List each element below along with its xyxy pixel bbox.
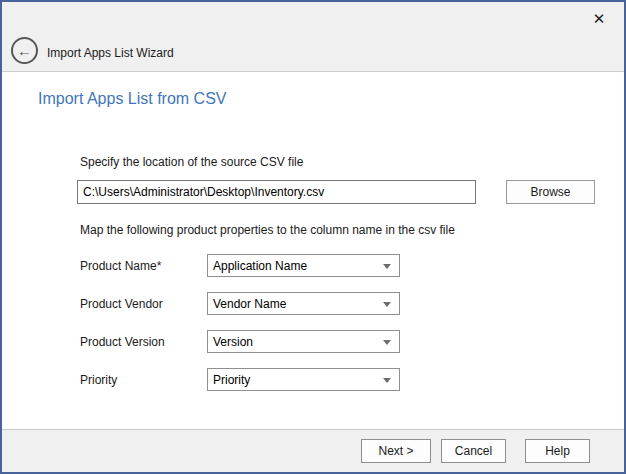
browse-button-label: Browse	[530, 185, 570, 199]
product-version-label: Product Version	[80, 335, 165, 349]
cancel-button[interactable]: Cancel	[441, 439, 506, 463]
priority-label: Priority	[80, 373, 117, 387]
chevron-down-icon	[383, 378, 391, 383]
chevron-down-icon	[383, 302, 391, 307]
priority-dropdown-value: Priority	[213, 373, 250, 387]
next-button[interactable]: Next >	[361, 439, 431, 463]
chevron-down-icon	[383, 340, 391, 345]
back-button[interactable]: ←	[11, 37, 38, 64]
browse-button[interactable]: Browse	[506, 180, 595, 204]
wizard-header: ✕ ← Import Apps List Wizard	[2, 2, 624, 72]
product-vendor-label: Product Vendor	[80, 297, 163, 311]
product-vendor-dropdown[interactable]: Vendor Name	[207, 292, 400, 315]
page-title: Import Apps List from CSV	[38, 90, 227, 108]
close-icon: ✕	[593, 10, 606, 28]
close-button[interactable]: ✕	[588, 8, 610, 30]
priority-dropdown[interactable]: Priority	[207, 368, 400, 391]
product-name-dropdown[interactable]: Application Name	[207, 254, 400, 277]
mapping-instructions-label: Map the following product properties to …	[80, 223, 455, 237]
import-apps-wizard-window: ✕ ← Import Apps List Wizard Import Apps …	[0, 0, 626, 474]
wizard-title: Import Apps List Wizard	[47, 46, 174, 60]
product-name-label: Product Name*	[80, 259, 161, 273]
help-button-label: Help	[545, 444, 570, 458]
cancel-button-label: Cancel	[455, 444, 492, 458]
product-name-dropdown-value: Application Name	[213, 259, 307, 273]
next-button-label: Next >	[378, 444, 413, 458]
back-arrow-icon: ←	[17, 43, 32, 58]
wizard-footer: Next > Cancel Help	[2, 429, 624, 472]
product-vendor-dropdown-value: Vendor Name	[213, 297, 286, 311]
help-button[interactable]: Help	[525, 439, 590, 463]
product-version-dropdown[interactable]: Version	[207, 330, 400, 353]
product-version-dropdown-value: Version	[213, 335, 253, 349]
csv-path-input[interactable]	[77, 180, 476, 204]
source-file-label: Specify the location of the source CSV f…	[80, 155, 303, 169]
chevron-down-icon	[383, 264, 391, 269]
